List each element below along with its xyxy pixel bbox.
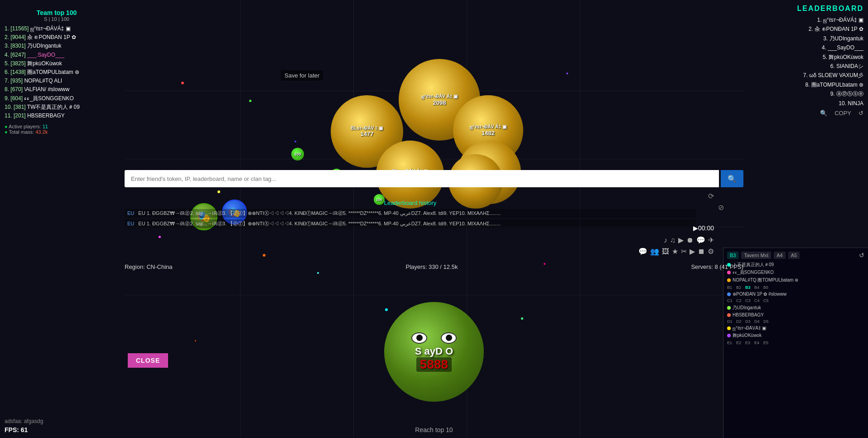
lb-item-7: 7. ωδ SLOEW VAXUM彡 (773, 71, 863, 80)
leaderboard-item: 10. [381] TW不是真正的人＃09 (5, 103, 109, 112)
mini-player-name: NOPAL#TQ 圈TOMPULbatam ⊛ (733, 277, 798, 283)
active-players-info: ● Active players: 11 ● Total mass: 43.2k (5, 124, 109, 135)
cell-name: ஜ°ℓsт¬ÐÁV Á‡ ▣ (470, 124, 506, 130)
history-row: EU EU 1. ÐGGBZ₩→iℝⓓ2. saji...→iℝⓓ3. 【ⓓⓩ】… (125, 219, 696, 228)
timer-display: ▶00:00 (693, 224, 714, 232)
gear-icon[interactable]: ⚙ (708, 247, 714, 256)
lb-item-6: 6. SIANIDAシ (773, 62, 863, 71)
music-double-icon[interactable]: ♫ (670, 236, 675, 244)
group-icon[interactable]: 👥 (650, 247, 659, 256)
leaderboard-item: 7. [935] NOPAL#TQ ALI (5, 77, 109, 85)
region-tag: EU (127, 221, 134, 226)
lb-item-5: 5. 舞pkùOKùwok (773, 53, 863, 62)
lb-item-3: 3. 乃UDIngantuk (773, 34, 863, 43)
small-player-cell: 100 (291, 148, 304, 161)
players-info: Players: 330 / 12.5k (405, 263, 458, 270)
left-eye (411, 332, 427, 344)
right-leaderboard-panel: LEADERBOARD 1. ஜ°ℓsт¬ÐÁVÁ‡ ▣ 2. 汆 ⊕ΡΟΝÐΑ… (773, 5, 863, 117)
fps-display: FPS: 61 (5, 426, 28, 433)
player-dot (727, 313, 731, 317)
player-dot (727, 326, 731, 330)
stop-icon[interactable]: ⏹ (698, 247, 705, 256)
item-name: ___.SayDO___ (27, 52, 64, 58)
right-eye (441, 332, 457, 344)
cell-name: ஜ°ℓsт¬ÐÁV Á‡ ▣ (421, 94, 458, 99)
record-icon[interactable]: ⏺ (686, 236, 694, 244)
chat-icon[interactable]: 💬 (696, 236, 705, 244)
cell-mass: 1482 (482, 130, 495, 136)
lb-search-icon[interactable]: 🔍 (820, 110, 827, 117)
history-row: EU EU 1. ÐGGBZ₩→iℝⓓ2. saji...→iℝⓓ3. 【ⓓⓩ】… (125, 209, 696, 218)
item-name: NOPAL#TQ ALI (24, 78, 62, 84)
reload-icon[interactable]: ⟳ (708, 192, 714, 200)
music-icon[interactable]: ♪ (664, 236, 667, 244)
leaderboard-item: 5. [3825] 舞pkùOKùwok (5, 59, 109, 68)
action-icons-row: 💬 👥 🖼 ★ ✂ ▶ ⏹ ⚙ (638, 247, 714, 256)
leaderboard-item: 8. [670] \ALFIAN/ #slowww (5, 85, 109, 94)
player-dot (727, 271, 731, 274)
mini-panel: B3 Tavern Mxt A4 A5 ↺ ！不是真正的人＃09 ءء_員SON… (723, 248, 868, 438)
mini-player-name: ⊕ΡΟΝÐΑΝ 1Ρ ✿ #slowww (733, 292, 786, 297)
search-icon: 🔍 (728, 175, 737, 183)
item-name: ஜ°ℓsт¬ÐÁVÁ‡ ▣ (30, 25, 71, 32)
mini-player-name: ஜ°ℓsт¬ÐÁVÁ‡ ▣ (733, 326, 766, 331)
main-player-cell: S ayD O 5888 (384, 302, 484, 402)
lb-item-1: 1. ஜ°ℓsт¬ÐÁVÁ‡ ▣ (773, 15, 863, 24)
lb-item-9: 9. ⓐⓟⓗⓢⓔ (773, 89, 863, 98)
lb-history-title: Leaderboard history (125, 200, 696, 206)
mini-grid-row-c: C1 C2 C3 C4 C5 (727, 298, 864, 303)
mini-player-name: ءء_員SONGGENKO (733, 269, 774, 276)
item-name: 汆 ⊕ΡΟΝÐΑΝ 1Ρ ✿ (27, 34, 76, 40)
play-icon[interactable]: ▶ (678, 236, 684, 244)
search-input[interactable] (125, 170, 719, 187)
food-dot (521, 317, 523, 320)
servers-info: Servers: 8 (41 PPS) (691, 263, 743, 270)
tg-icon[interactable]: ✈ (708, 236, 714, 244)
item-name: 圈aTOMPULbatam ⊛ (27, 69, 79, 75)
food-dot (294, 141, 296, 142)
food-dot (317, 272, 319, 274)
lb-bottom-icons: 🔍 COPY ↺ (773, 110, 863, 117)
media-controls: ♪ ♫ ▶ ⏺ 💬 ✈ (664, 236, 714, 244)
food-dot (159, 236, 161, 238)
lb-copy-button[interactable]: COPY (834, 110, 851, 117)
mini-tab-b3[interactable]: B3 (727, 252, 738, 259)
item-rank: 11. (5, 112, 14, 119)
player-dot (727, 278, 731, 282)
scissors-icon[interactable]: ✂ (681, 247, 687, 256)
cell-eyes (411, 332, 457, 344)
mini-player-item: 乃UDIngantuk (727, 305, 864, 311)
leaderboard-item: 2. [9044] 汆 ⊕ΡΟΝÐΑΝ 1Ρ ✿ (5, 33, 109, 42)
item-name: 舞pkùOKùwok (27, 60, 62, 67)
left-panel: Team top 100 S | 10 | 100 1. [11565] ஜ°ℓ… (5, 9, 109, 135)
close-button[interactable]: CLOSE (128, 353, 168, 368)
play2-icon[interactable]: ▶ (690, 247, 695, 256)
food-dot (249, 100, 251, 102)
item-name: HBSBERBAGY (27, 112, 65, 119)
chat-icon-2[interactable]: 💬 (638, 247, 647, 256)
mini-player-name: 乃UDIngantuk (733, 305, 761, 311)
lb-item-2: 2. 汆 ⊕ΡΟΝÐΑΝ 1Ρ ✿ (773, 24, 863, 34)
mini-player-item: ！不是真正的人＃09 (727, 262, 864, 268)
player-dot (727, 334, 731, 337)
search-button[interactable]: 🔍 (721, 170, 743, 187)
save-later-label: Save for later (281, 70, 323, 81)
gallery-icon[interactable]: 🖼 (662, 247, 669, 256)
mini-tab-a4[interactable]: A4 (774, 252, 785, 259)
right-pupil (444, 333, 453, 342)
mini-panel-refresh[interactable]: ↺ (859, 252, 864, 259)
item-rank: 5. (5, 60, 10, 67)
cancel-icon[interactable]: ⊘ (718, 203, 724, 212)
lb-refresh-icon[interactable]: ↺ (858, 110, 863, 117)
item-rank: 10. (5, 104, 14, 110)
star-icon[interactable]: ★ (672, 247, 678, 256)
left-pupil (415, 333, 424, 342)
food-dot (263, 254, 265, 257)
mini-tab-tavern[interactable]: Tavern Mxt (741, 252, 771, 259)
mini-tab-a5[interactable]: A5 (788, 252, 800, 259)
mini-player-item: HBSBERBAGY (727, 312, 864, 317)
mini-player-name: 舞pkùOKùwok (733, 332, 762, 339)
item-rank: 6. (5, 69, 10, 75)
mini-player-item: ⊕ΡΟΝÐΑΝ 1Ρ ✿ #slowww (727, 292, 864, 297)
grid-line (125, 295, 743, 295)
